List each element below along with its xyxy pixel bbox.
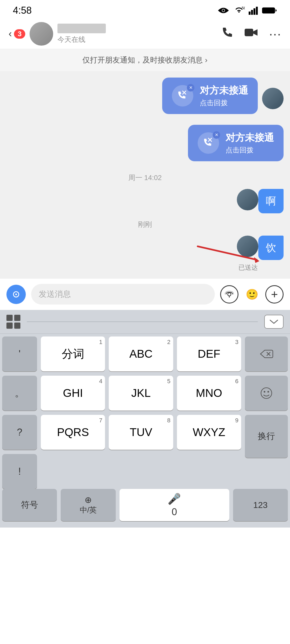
timestamp-1: 周一 14:02 bbox=[6, 173, 284, 182]
key-symbols-label: 符号 bbox=[21, 499, 38, 511]
key-language[interactable]: ⊕ 中/英 bbox=[61, 489, 115, 521]
key-123[interactable]: 123 bbox=[233, 489, 288, 521]
contact-name-blur bbox=[57, 24, 106, 33]
key-language-label: 中/英 bbox=[80, 505, 97, 515]
key-space[interactable]: 🎤 0 bbox=[119, 489, 229, 521]
keyboard-collapse-button[interactable] bbox=[264, 315, 284, 329]
keyboard: ' 。 ? ! 1 分词 2 ABC 3 DEF bbox=[0, 310, 290, 528]
key-exclamation[interactable]: ! bbox=[2, 454, 37, 489]
message-bubble-2[interactable]: 饮 bbox=[258, 236, 284, 260]
svg-rect-3 bbox=[253, 8, 255, 15]
key-8-tuv[interactable]: 8 TUV bbox=[109, 415, 173, 450]
key-123-label: 123 bbox=[253, 500, 267, 510]
key-question[interactable]: ? bbox=[2, 415, 37, 450]
header-actions: ··· bbox=[221, 26, 281, 42]
missed-call-bubble-2[interactable]: 对方未接通 点击回拨 bbox=[188, 125, 284, 161]
message-row-1: 啊 bbox=[6, 189, 284, 213]
keyboard-grid-icon[interactable] bbox=[6, 315, 20, 329]
message-avatar-1 bbox=[237, 189, 258, 210]
signal-icon bbox=[249, 6, 258, 15]
missed-call-text-2: 对方未接通 点击回拨 bbox=[226, 131, 274, 155]
user-avatar-1 bbox=[262, 88, 284, 109]
video-call-icon[interactable] bbox=[244, 27, 258, 41]
back-button[interactable]: ‹ 3 bbox=[9, 28, 25, 39]
key-backspace[interactable] bbox=[245, 336, 288, 371]
svg-point-22 bbox=[267, 391, 269, 393]
key-3-def[interactable]: 3 DEF bbox=[177, 336, 241, 371]
contact-info: 今天在线 bbox=[57, 24, 221, 44]
status-icons: 5G bbox=[218, 6, 277, 15]
missed-call-icon-2 bbox=[198, 132, 219, 154]
key-emoji-keyboard[interactable] bbox=[245, 376, 288, 411]
key-5-jkl[interactable]: 5 JKL bbox=[109, 376, 173, 411]
key-9-wxyz[interactable]: 9 WXYZ bbox=[177, 415, 241, 450]
message-input[interactable]: 发送消息 bbox=[31, 284, 215, 305]
key-space-num: 0 bbox=[172, 506, 177, 518]
key-1-fensi[interactable]: 1 分词 bbox=[41, 336, 105, 371]
status-bar: 4:58 5G bbox=[0, 0, 290, 19]
message-drink-container: 饮 bbox=[6, 236, 284, 260]
svg-point-20 bbox=[261, 388, 272, 398]
notif-text: 仅打开朋友通知，及时接收朋友消息 bbox=[82, 55, 203, 65]
contact-avatar bbox=[30, 22, 53, 46]
emoji-button[interactable]: 🙂 bbox=[243, 285, 261, 303]
svg-point-16 bbox=[228, 293, 231, 296]
svg-point-15 bbox=[15, 294, 17, 295]
status-time: 4:58 bbox=[13, 5, 32, 16]
back-arrow-icon: ‹ bbox=[9, 28, 12, 39]
key-7-pqrs[interactable]: 7 PQRS bbox=[41, 415, 105, 450]
message-avatar-2 bbox=[237, 236, 258, 257]
missed-call-row-1[interactable]: 对方未接通 点击回拨 bbox=[6, 78, 284, 119]
svg-rect-4 bbox=[256, 7, 258, 15]
keyboard-bottom-row: 符号 ⊕ 中/英 🎤 0 123 bbox=[0, 489, 290, 528]
missed-call-text-1: 对方未接通 点击回拨 bbox=[200, 84, 248, 108]
voice-button[interactable] bbox=[6, 285, 26, 304]
svg-rect-6 bbox=[263, 8, 274, 13]
timestamp-2: 刚刚 bbox=[6, 220, 284, 229]
missed-call-sub-1: 点击回拨 bbox=[200, 98, 248, 108]
missed-call-main-2: 对方未接通 bbox=[226, 131, 274, 144]
left-special-column: ' 。 ? ! bbox=[2, 336, 37, 489]
key-language-globe: ⊕ bbox=[85, 495, 92, 505]
input-placeholder: 发送消息 bbox=[39, 290, 71, 298]
message-bubble-1[interactable]: 啊 bbox=[258, 189, 284, 213]
eye-icon bbox=[218, 6, 229, 15]
key-symbols[interactable]: 符号 bbox=[2, 489, 57, 521]
notification-banner[interactable]: 仅打开朋友通知，及时接收朋友消息 › bbox=[0, 49, 290, 71]
key-2-abc[interactable]: 2 ABC bbox=[109, 336, 173, 371]
key-row-2: 4 GHI 5 JKL 6 MNO bbox=[41, 376, 241, 411]
phone-call-icon[interactable] bbox=[221, 26, 234, 42]
unread-badge: 3 bbox=[14, 29, 25, 39]
battery-icon bbox=[262, 7, 277, 14]
svg-rect-2 bbox=[251, 10, 253, 15]
message-row-2: 饮 bbox=[6, 236, 284, 260]
message-sent-status: 已送达 bbox=[6, 263, 258, 272]
key-6-mno[interactable]: 6 MNO bbox=[177, 376, 241, 411]
wifi-icon: 5G bbox=[233, 6, 245, 15]
missed-call-sub-2: 点击回拨 bbox=[226, 145, 274, 155]
missed-call-icon-1 bbox=[172, 85, 193, 107]
key-row-1: 1 分词 2 ABC 3 DEF bbox=[41, 336, 241, 371]
keyboard-divider bbox=[27, 321, 258, 322]
more-options-icon[interactable]: ··· bbox=[269, 27, 281, 41]
key-apostrophe[interactable]: ' bbox=[2, 336, 37, 371]
mic-icon: 🎤 bbox=[168, 493, 181, 505]
soundwave-button[interactable] bbox=[220, 285, 238, 303]
notif-arrow-icon: › bbox=[205, 56, 207, 64]
plus-button[interactable]: + bbox=[265, 285, 284, 303]
key-4-ghi[interactable]: 4 GHI bbox=[41, 376, 105, 411]
chat-header: ‹ 3 今天在线 ··· bbox=[0, 19, 290, 49]
keyboard-main-grid: ' 。 ? ! 1 分词 2 ABC 3 DEF bbox=[0, 334, 290, 489]
contact-status: 今天在线 bbox=[57, 35, 221, 44]
key-period[interactable]: 。 bbox=[2, 376, 37, 411]
svg-text:5G: 5G bbox=[242, 6, 245, 10]
missed-call-row-2[interactable]: 对方未接通 点击回拨 bbox=[6, 125, 284, 167]
key-row-3: 7 PQRS 8 TUV 9 WXYZ bbox=[41, 415, 241, 450]
key-enter[interactable]: 换行 bbox=[245, 415, 288, 458]
main-keys-area: 1 分词 2 ABC 3 DEF 4 GHI 5 bbox=[41, 336, 241, 489]
missed-call-bubble-1[interactable]: 对方未接通 点击回拨 bbox=[162, 78, 258, 114]
svg-rect-1 bbox=[249, 12, 251, 15]
right-special-column: 换行 bbox=[245, 336, 288, 489]
input-bar: 发送消息 🙂 + bbox=[0, 278, 290, 310]
missed-call-main-1: 对方未接通 bbox=[200, 84, 248, 97]
